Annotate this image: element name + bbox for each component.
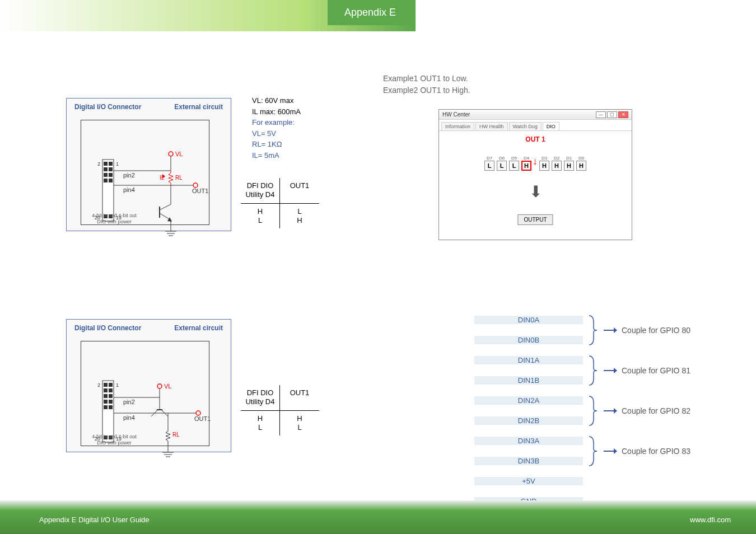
appendix-tab: Appendix E <box>328 0 413 25</box>
window-tabs: Information HW Health Watch Dog DIO <box>439 120 632 131</box>
footer-title: Appendix E Digital I/O User Guide <box>39 516 150 524</box>
svg-rect-1 <box>104 162 108 166</box>
footer-url: www.dfi.com <box>690 516 731 524</box>
circuit-title-connector: Digital I/O Connector <box>74 324 141 332</box>
brace-icon <box>588 354 599 387</box>
svg-text:2: 2 <box>97 382 100 388</box>
svg-marker-32 <box>167 217 172 222</box>
svg-rect-4 <box>109 167 113 171</box>
brace-column: Couple for GPIO 80 Couple for GPIO 81 Co… <box>588 310 690 471</box>
tab-information[interactable]: Information <box>441 122 474 130</box>
circuit-body: 2 1 20 19 pin2 VL pin4 OUT1 RL <box>81 341 209 446</box>
window-body: OUT 1 ↓ D7L D6L D5L D4H D3H D2H D1H D0H … <box>439 131 632 240</box>
circuit-svg-1: 2 1 20 19 pin2 VL RL IL pin4 OUT1 <box>87 148 213 249</box>
svg-rect-45 <box>109 400 113 404</box>
arrow-right-icon <box>604 367 617 374</box>
minimize-button[interactable]: — <box>596 111 606 118</box>
svg-rect-41 <box>109 388 113 392</box>
arrow-right-icon <box>604 448 617 455</box>
hw-center-window: HW Center — ▢ ✕ Information HW Health Wa… <box>438 109 632 240</box>
tab-hw-health[interactable]: HW Health <box>475 122 508 130</box>
svg-rect-42 <box>104 394 108 398</box>
svg-marker-76 <box>614 368 617 373</box>
circuit-title-connector: Digital I/O Connector <box>74 103 141 111</box>
circuit-diagram-2: Digital I/O Connector External circuit 2… <box>66 319 231 452</box>
svg-rect-46 <box>104 405 108 409</box>
svg-rect-39 <box>109 383 113 387</box>
svg-rect-2 <box>109 162 113 166</box>
circuit-note: 4-bit in and 4-bit out DIO with power <box>81 434 148 446</box>
svg-rect-5 <box>104 173 108 177</box>
svg-text:RL: RL <box>172 432 180 438</box>
maximize-button[interactable]: ▢ <box>607 111 617 118</box>
svg-rect-3 <box>104 167 108 171</box>
svg-line-29 <box>160 204 171 210</box>
svg-point-61 <box>196 411 200 415</box>
dio-row: D7L D6L D5L D4H D3H D2H D1H D0H <box>484 156 586 171</box>
svg-point-57 <box>157 384 162 388</box>
page-header: Appendix E <box>0 0 756 31</box>
svg-rect-40 <box>104 388 108 392</box>
window-titlebar: HW Center — ▢ ✕ <box>439 110 632 120</box>
svg-text:OUT1: OUT1 <box>192 188 208 194</box>
circuit-svg-2: 2 1 20 19 pin2 VL pin4 OUT1 RL <box>87 369 213 470</box>
output-button[interactable]: OUTPUT <box>517 214 553 225</box>
tab-dio[interactable]: DIO <box>543 122 559 130</box>
circuit-title-external: External circuit <box>174 103 223 111</box>
svg-rect-47 <box>109 405 113 409</box>
svg-point-26 <box>193 183 198 188</box>
svg-text:pin4: pin4 <box>123 414 135 421</box>
tab-watch-dog[interactable]: Watch Dog <box>509 122 542 130</box>
brace-icon <box>588 394 599 428</box>
svg-rect-6 <box>109 173 113 177</box>
out1-label: OUT 1 <box>525 135 545 143</box>
svg-rect-38 <box>104 383 108 387</box>
svg-marker-78 <box>614 408 617 414</box>
svg-point-18 <box>169 152 173 156</box>
svg-text:VL: VL <box>175 151 183 157</box>
brace-icon <box>588 313 599 347</box>
spec-table-1: DFI DIO Utility D4 OUT1 HL LH <box>241 178 319 228</box>
arrow-right-icon <box>604 407 617 414</box>
svg-text:OUT1: OUT1 <box>194 415 211 422</box>
svg-text:pin4: pin4 <box>123 186 135 193</box>
brace-icon <box>588 434 599 468</box>
circuit-title-external: External circuit <box>174 324 223 332</box>
circuit-body: 2 1 20 19 pin2 VL RL IL pin4 OUT1 <box>81 120 209 225</box>
svg-text:1: 1 <box>116 382 119 388</box>
svg-rect-43 <box>109 394 113 398</box>
big-arrow-icon: ⬇ <box>529 182 542 201</box>
svg-rect-44 <box>104 400 108 404</box>
spec-table-2: DFI DIO Utility D4 OUT1 HL HL <box>241 385 319 435</box>
svg-rect-8 <box>109 179 113 182</box>
svg-rect-7 <box>104 179 108 182</box>
close-button[interactable]: ✕ <box>618 111 628 118</box>
page-footer: Appendix E Digital I/O User Guide www.df… <box>0 500 756 534</box>
arrow-right-icon <box>604 327 617 334</box>
svg-text:VL: VL <box>164 383 171 390</box>
svg-text:RL: RL <box>175 175 183 181</box>
window-title: HW Center <box>442 111 470 118</box>
circuit-note: 4-bit in and 4-bit out DIO with power <box>81 213 148 225</box>
svg-text:pin2: pin2 <box>123 399 135 405</box>
svg-marker-74 <box>614 327 617 333</box>
svg-text:1: 1 <box>116 161 119 167</box>
svg-marker-80 <box>614 448 617 454</box>
circuit-diagram-1: Digital I/O Connector External circuit 2… <box>66 98 231 231</box>
svg-text:pin2: pin2 <box>123 172 135 179</box>
svg-text:2: 2 <box>97 161 100 167</box>
gpio-table: DIN0A DIN0B DIN1A DIN1B DIN2A DIN2B DIN3… <box>438 290 583 512</box>
spec-block-1: VL: 60V max IL max: 600mA For example: V… <box>252 95 336 161</box>
example-text: Example1 OUT1 to Low. Example2 OUT1 to H… <box>383 73 470 96</box>
